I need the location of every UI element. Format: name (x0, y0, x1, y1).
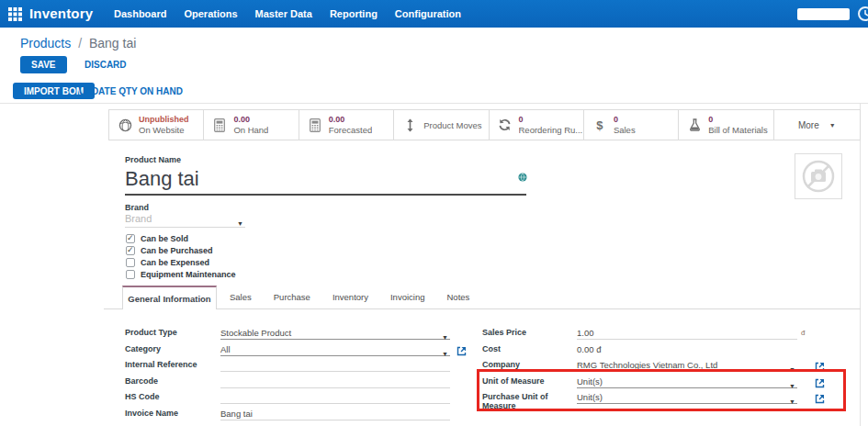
cost-value: 0.00 đ (577, 342, 797, 356)
calculator-icon (212, 118, 227, 132)
field-company: Company RMG Technologies Vietnam Co., Lt… (482, 358, 850, 374)
product-name-label: Product Name (125, 155, 181, 164)
stat-button-on-website[interactable]: Unpublished On Website (109, 110, 204, 140)
chevron-down-icon: ▼ (789, 395, 795, 409)
menu-dashboard[interactable]: Dashboard (114, 8, 166, 19)
stat-value: Unpublished (139, 115, 189, 125)
update-qty-on-hand-button[interactable]: UPDATE QTY ON HAND (79, 86, 183, 96)
inventory-app-window: Inventory Dashboard Operations Master Da… (0, 0, 868, 426)
tab-notes[interactable]: Notes (446, 292, 469, 302)
stat-value: 0 (708, 115, 767, 125)
brand-select[interactable]: Brand ▼ (125, 212, 245, 228)
external-link-icon[interactable] (457, 343, 467, 353)
tab-purchase[interactable]: Purchase (274, 292, 310, 302)
breadcrumb: Products / Bang tai (20, 36, 136, 50)
chevron-down-icon: ▼ (829, 122, 836, 129)
product-flags: Can be Sold Can be Purchased Can be Expe… (126, 232, 236, 280)
chevron-down-icon: ▼ (237, 217, 243, 230)
field-unit-of-measure: Unit of Measure Unit(s) ▼ (482, 375, 850, 390)
menu-configuration[interactable]: Configuration (395, 8, 461, 19)
purchase-unit-of-measure-select[interactable]: Unit(s) ▼ (577, 390, 797, 404)
camera-no-image-icon (800, 158, 837, 195)
product-image-placeholder[interactable] (795, 153, 842, 199)
stat-button-reordering-rules[interactable]: 0 Reordering Ru... (490, 110, 584, 140)
stat-label: Sales (614, 125, 636, 135)
field-product-type: Product Type Stockable Product ▼ (125, 326, 467, 342)
hs-code-input[interactable] (220, 390, 450, 404)
app-title[interactable]: Inventory (29, 0, 93, 28)
arrows-updown-icon (402, 118, 417, 132)
product-name-input[interactable]: Bang tai (125, 164, 526, 196)
checkbox-box[interactable] (126, 234, 135, 243)
stat-label: Bill of Materials (708, 125, 767, 135)
barcode-input[interactable] (220, 375, 450, 388)
checkbox-can-be-sold[interactable]: Can be Sold (126, 232, 236, 244)
tab-list: Sales Purchase Inventory Invoicing Notes (230, 286, 469, 308)
checkbox-equipment-maintenance[interactable]: Equipment Maintenance (126, 268, 236, 280)
menu-operations[interactable]: Operations (184, 8, 237, 19)
tab-sales[interactable]: Sales (230, 292, 252, 302)
sales-price-input[interactable]: 1.00 (577, 326, 797, 340)
menu-reporting[interactable]: Reporting (330, 8, 378, 19)
company-select[interactable]: RMG Technologies Vietnam Co., Ltd ▼ (577, 358, 797, 372)
field-invoice-name: Invoice Name Bang tai (125, 407, 467, 422)
save-button[interactable]: SAVE (20, 56, 67, 73)
tab-inventory[interactable]: Inventory (333, 292, 368, 302)
stat-value: 0 (519, 115, 583, 125)
stat-button-on-hand[interactable]: 0.00 On Hand (204, 110, 299, 140)
main-menu: Dashboard Operations Master Data Reporti… (114, 0, 461, 28)
calculator-icon (308, 118, 322, 132)
product-type-select[interactable]: Stockable Product ▼ (220, 326, 450, 340)
stat-value: 0.00 (233, 115, 268, 125)
stat-label: Forecasted (329, 125, 373, 135)
checkbox-can-be-expensed[interactable]: Can be Expensed (126, 256, 236, 268)
tab-general-information[interactable]: General Information (122, 286, 217, 309)
external-link-icon[interactable] (815, 391, 825, 401)
tab-invoicing[interactable]: Invoicing (390, 292, 425, 302)
checkbox-box[interactable] (126, 270, 135, 279)
external-link-icon[interactable] (815, 359, 825, 369)
stat-button-row: Unpublished On Website 0.00 On Hand 0.00… (108, 109, 861, 140)
brand-placeholder: Brand (125, 213, 152, 224)
flask-icon (687, 118, 702, 131)
checkbox-box[interactable] (126, 246, 135, 255)
stat-button-bill-of-materials[interactable]: 0 Bill of Materials (679, 110, 773, 140)
menu-master-data[interactable]: Master Data (255, 8, 312, 19)
checkbox-can-be-purchased[interactable]: Can be Purchased (126, 244, 236, 256)
sheet-right-border (860, 103, 861, 426)
field-barcode: Barcode (125, 375, 467, 390)
more-button[interactable]: More ▼ (774, 110, 860, 140)
stat-button-product-moves[interactable]: Product Moves (394, 110, 489, 140)
stat-button-sales[interactable]: $ 0 Sales (584, 110, 679, 140)
unit-of-measure-select[interactable]: Unit(s) ▼ (577, 375, 797, 388)
field-purchase-unit-of-measure: Purchase Unit of Measure Unit(s) ▼ (482, 390, 850, 421)
apps-grid-icon[interactable] (8, 7, 22, 21)
field-internal-reference: Internal Reference (125, 358, 467, 374)
stat-button-forecasted[interactable]: 0.00 Forecasted (299, 110, 394, 140)
field-category: Category All ▼ (125, 342, 467, 358)
refresh-icon (498, 118, 513, 131)
invoice-name-input[interactable]: Bang tai (220, 407, 450, 420)
translate-globe-icon[interactable] (518, 169, 527, 178)
breadcrumb-current: Bang tai (89, 36, 136, 50)
stat-label: Reordering Ru... (519, 125, 583, 135)
breadcrumb-separator: / (74, 36, 85, 50)
clock-icon[interactable] (857, 6, 868, 22)
top-navbar: Inventory Dashboard Operations Master Da… (0, 0, 868, 28)
fields-left-column: Product Type Stockable Product ▼ Categor… (125, 326, 467, 422)
stat-label: On Hand (233, 125, 268, 135)
internal-reference-input[interactable] (220, 358, 450, 372)
field-cost: Cost 0.00 đ (482, 342, 850, 358)
brand-label: Brand (125, 203, 149, 212)
tabbar-divider (104, 308, 861, 309)
category-select[interactable]: All ▼ (220, 342, 450, 356)
dollar-icon: $ (592, 118, 607, 132)
stat-value: 0 (614, 115, 636, 125)
checkbox-box[interactable] (126, 258, 135, 267)
timer-progress-widget[interactable] (797, 8, 850, 20)
globe-icon (118, 118, 132, 132)
breadcrumb-products-link[interactable]: Products (20, 36, 71, 50)
external-link-icon[interactable] (815, 376, 825, 386)
discard-button[interactable]: DISCARD (85, 60, 127, 70)
field-hs-code: HS Code (125, 390, 467, 406)
